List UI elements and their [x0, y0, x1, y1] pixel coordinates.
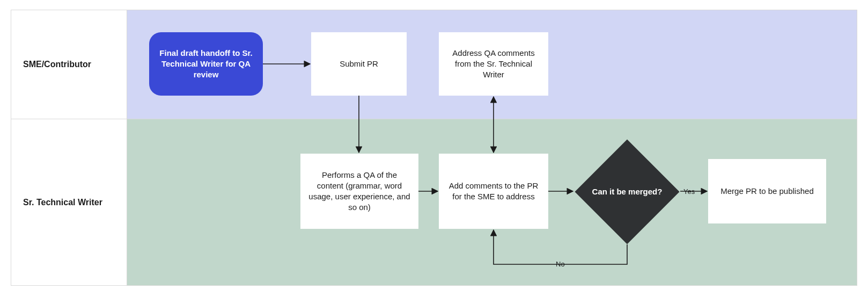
- edge-label-yes: Yes: [681, 187, 697, 196]
- node-start: Final draft handoff to Sr. Technical Wri…: [149, 32, 263, 96]
- swimlane-writer-label: Sr. Technical Writer: [11, 119, 127, 285]
- node-add-comments: Add comments to the PR for the SME to ad…: [439, 154, 548, 229]
- node-perform-qa: Performs a QA of the content (grammar, w…: [300, 154, 418, 229]
- swimlane-sme-label: SME/Contributor: [11, 10, 127, 119]
- swimlane-sme: SME/Contributor: [11, 10, 857, 119]
- node-decision-merge-label: Can it be merged?: [590, 186, 665, 197]
- node-merge-pr: Merge PR to be published: [708, 159, 826, 223]
- node-address-qa: Address QA comments from the Sr. Technic…: [439, 32, 548, 96]
- edge-label-no: No: [554, 260, 567, 268]
- node-submit-pr: Submit PR: [311, 32, 407, 96]
